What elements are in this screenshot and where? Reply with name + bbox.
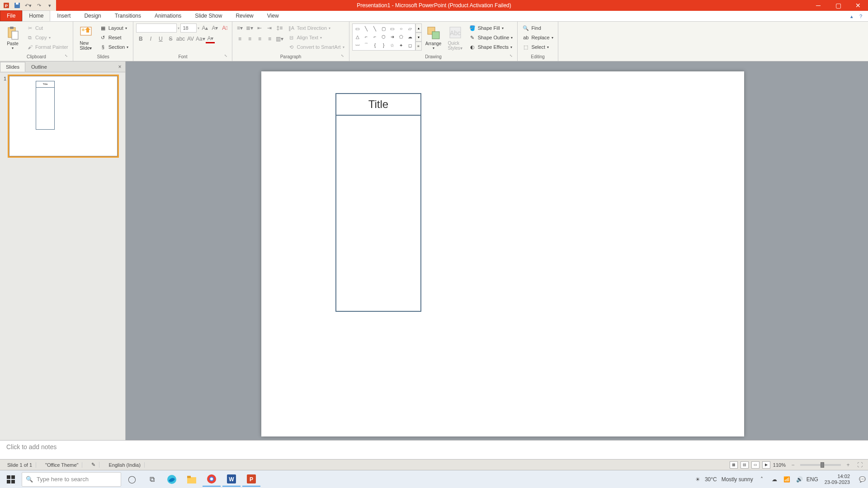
cortana-button[interactable]: ◯ xyxy=(123,472,141,487)
undo-icon[interactable]: ↶▾ xyxy=(24,1,33,10)
quick-styles-button[interactable]: Abc QuickStyles▾ xyxy=(445,23,465,52)
explorer-button[interactable] xyxy=(183,472,201,487)
word-button[interactable]: W xyxy=(222,472,241,487)
close-button[interactable]: ✕ xyxy=(848,0,868,11)
copy-button[interactable]: ⧉Copy▾ xyxy=(24,33,70,42)
tab-insert[interactable]: Insert xyxy=(50,10,77,21)
chrome-button[interactable] xyxy=(203,472,221,487)
language-icon[interactable]: ENG xyxy=(808,475,816,483)
italic-button[interactable]: I xyxy=(146,34,155,43)
slideshow-view-button[interactable]: ▶ xyxy=(762,461,770,469)
format-painter-button[interactable]: 🖌Format Painter xyxy=(24,42,70,52)
minimize-button[interactable]: ─ xyxy=(808,0,828,11)
maximize-button[interactable]: ▢ xyxy=(828,0,848,11)
columns-button[interactable]: ▥▾ xyxy=(275,34,284,43)
slide-editor[interactable]: Title xyxy=(126,61,868,440)
thumbnail-1[interactable]: 1 Title xyxy=(4,76,122,156)
underline-button[interactable]: U xyxy=(156,34,165,43)
shape-fill-button[interactable]: 🪣Shape Fill▾ xyxy=(467,23,515,33)
align-left-button[interactable]: ≡ xyxy=(235,34,244,43)
replace-button[interactable]: abReplace▾ xyxy=(520,33,555,42)
notes-pane[interactable]: Click to add notes xyxy=(0,440,868,459)
grow-font-button[interactable]: A▴ xyxy=(200,23,209,33)
table-title-cell[interactable]: Title xyxy=(336,94,420,116)
edge-button[interactable] xyxy=(163,472,181,487)
volume-icon[interactable]: 🔊 xyxy=(796,475,804,483)
strike-button[interactable]: S xyxy=(166,34,175,43)
paste-button[interactable]: Paste ▾ xyxy=(3,23,23,52)
cut-button[interactable]: ✂Cut xyxy=(24,23,70,33)
fit-window-button[interactable]: ⛶ xyxy=(855,460,864,469)
line-spacing-button[interactable]: ‡≡ xyxy=(275,23,284,33)
tab-animations[interactable]: Animations xyxy=(148,10,188,21)
tab-design[interactable]: Design xyxy=(77,10,108,21)
bullets-button[interactable]: ≡▾ xyxy=(235,23,244,33)
powerpoint-button[interactable]: P xyxy=(242,472,260,487)
section-button[interactable]: §Section▾ xyxy=(98,42,131,52)
find-button[interactable]: 🔍Find xyxy=(520,23,555,33)
shape-effects-button[interactable]: ◐Shape Effects▾ xyxy=(467,42,515,52)
weather-icon[interactable]: ☀ xyxy=(695,476,700,483)
zoom-in-button[interactable]: + xyxy=(844,460,853,469)
font-family-combo[interactable] xyxy=(136,23,177,33)
clear-format-button[interactable]: A⃠ xyxy=(220,23,229,33)
tab-home[interactable]: Home xyxy=(22,10,50,21)
tab-slideshow[interactable]: Slide Show xyxy=(188,10,229,21)
start-button[interactable] xyxy=(2,472,20,487)
align-right-button[interactable]: ≡ xyxy=(255,34,264,43)
font-dialog-launcher[interactable]: ⤡ xyxy=(223,54,228,59)
convert-smartart-button[interactable]: ⟲Convert to SmartArt▾ xyxy=(286,42,346,52)
redo-icon[interactable]: ↷ xyxy=(34,1,43,10)
onedrive-icon[interactable]: ☁ xyxy=(770,475,778,483)
minimize-ribbon-icon[interactable]: ▴ xyxy=(848,13,855,20)
status-spellcheck[interactable]: ✎ xyxy=(88,462,99,468)
normal-view-button[interactable]: ▦ xyxy=(730,461,738,469)
align-text-button[interactable]: ⊟Align Text▾ xyxy=(286,33,346,42)
wifi-icon[interactable]: 📶 xyxy=(783,475,791,483)
align-center-button[interactable]: ≡ xyxy=(245,34,254,43)
panel-tab-slides[interactable]: Slides xyxy=(0,62,25,72)
select-button[interactable]: ⬚Select▾ xyxy=(520,42,555,52)
panel-tab-outline[interactable]: Outline xyxy=(25,62,53,72)
clipboard-dialog-launcher[interactable]: ⤡ xyxy=(64,54,69,59)
task-view-button[interactable]: ⧉ xyxy=(143,472,161,487)
reading-view-button[interactable]: ▭ xyxy=(751,461,760,469)
shape-outline-button[interactable]: ✎Shape Outline▾ xyxy=(467,33,515,42)
status-language[interactable]: English (India) xyxy=(105,462,144,468)
qat-customize-icon[interactable]: ▾ xyxy=(45,1,54,10)
bold-button[interactable]: B xyxy=(136,34,145,43)
shrink-font-button[interactable]: A▾ xyxy=(210,23,219,33)
paragraph-dialog-launcher[interactable]: ⤡ xyxy=(340,54,345,59)
shapes-gallery-scroll[interactable]: ▴▾≡ xyxy=(415,23,422,51)
table-shape[interactable]: Title xyxy=(335,93,421,312)
drawing-dialog-launcher[interactable]: ⤡ xyxy=(508,54,514,59)
zoom-slider[interactable] xyxy=(800,464,841,466)
tab-review[interactable]: Review xyxy=(229,10,260,21)
text-direction-button[interactable]: ‖AText Direction▾ xyxy=(286,23,346,33)
new-slide-button[interactable]: NewSlide▾ xyxy=(76,23,96,52)
app-icon[interactable]: P xyxy=(2,1,11,10)
clock[interactable]: 14:02 23-09-2023 xyxy=(821,474,854,485)
increase-indent-button[interactable]: ⇥ xyxy=(265,23,274,33)
taskbar-search[interactable]: 🔍 Type here to search xyxy=(22,472,121,487)
notifications-icon[interactable]: 💬 xyxy=(858,475,866,483)
change-case-button[interactable]: Aa▾ xyxy=(196,34,205,43)
layout-button[interactable]: ▦Layout▾ xyxy=(98,23,131,33)
spacing-button[interactable]: AV xyxy=(186,34,195,43)
justify-button[interactable]: ≡ xyxy=(265,34,274,43)
zoom-out-button[interactable]: − xyxy=(788,460,797,469)
panel-close-button[interactable]: × xyxy=(116,63,123,70)
numbering-button[interactable]: ≣▾ xyxy=(245,23,254,33)
slide-canvas[interactable]: Title xyxy=(261,71,744,436)
decrease-indent-button[interactable]: ⇤ xyxy=(255,23,264,33)
tab-file[interactable]: File xyxy=(0,10,22,21)
arrange-button[interactable]: Arrange▾ xyxy=(424,23,443,52)
shadow-button[interactable]: abc xyxy=(176,34,185,43)
tab-transitions[interactable]: Transitions xyxy=(108,10,148,21)
help-icon[interactable]: ? xyxy=(857,13,864,20)
shapes-gallery[interactable]: ▭╲╲▢▭○▱ △⌐⌐⬡➜⬠☁ 〰⌒{}☆✦◻ xyxy=(352,23,415,51)
sorter-view-button[interactable]: ▤ xyxy=(741,461,749,469)
tray-up-icon[interactable]: ˄ xyxy=(758,475,766,483)
tab-view[interactable]: View xyxy=(260,10,286,21)
font-size-combo[interactable] xyxy=(180,23,197,33)
